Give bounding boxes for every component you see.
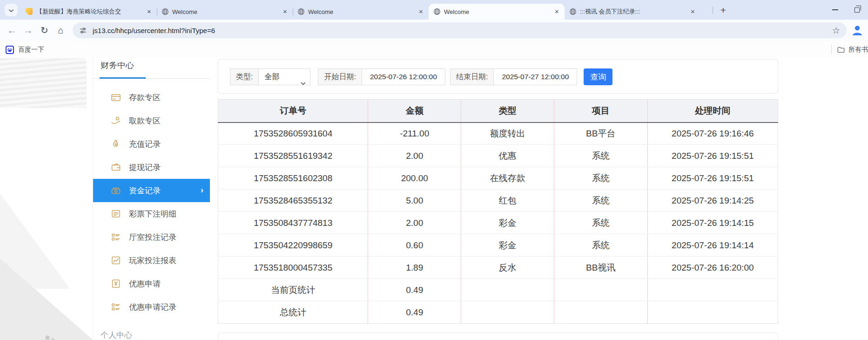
table-cell: 0.49: [368, 301, 461, 324]
tab-title: Welcome: [308, 8, 414, 15]
sidebar-item-6[interactable]: 彩票下注明细›: [93, 202, 210, 225]
table-cell: 1753528551602308: [218, 167, 368, 190]
coupon-icon: [111, 279, 121, 289]
new-tab-button[interactable]: +: [717, 4, 730, 16]
table-cell: 0.49: [368, 279, 461, 301]
type-select[interactable]: 全部: [258, 68, 310, 85]
column-header: 类型: [461, 100, 554, 122]
table-cell: 2025-07-26 16:20:00: [647, 257, 778, 279]
sidebar-item-label: 优惠申请记录: [129, 302, 176, 313]
folder-icon: [837, 46, 845, 54]
start-date-input[interactable]: [362, 68, 445, 85]
sidebar-item-label: 优惠申请: [129, 279, 161, 289]
tab-3[interactable]: Welcome×: [293, 4, 429, 20]
sidebar-item-7[interactable]: 厅室投注记录›: [93, 225, 210, 249]
tab-2[interactable]: Welcome×: [157, 4, 293, 20]
table-cell: [647, 279, 778, 301]
table-cell: 额度转出: [461, 122, 554, 145]
table-cell: 系统: [554, 190, 647, 212]
table-cell: 5.00: [368, 190, 461, 212]
bookmark-baidu[interactable]: 百度一下: [6, 46, 44, 54]
globe-favicon-icon: [569, 8, 577, 15]
search-button[interactable]: 查询: [584, 68, 612, 85]
tab-title: :::视讯 会员下注纪录:::: [580, 7, 686, 16]
reload-button[interactable]: ↻: [36, 22, 53, 39]
wallet-icon: [111, 162, 121, 172]
forward-button[interactable]: →: [20, 22, 36, 39]
all-bookmarks-button[interactable]: 所有书签: [837, 41, 868, 58]
tab-4[interactable]: Welcome×: [429, 4, 565, 20]
table-cell: 红包: [461, 190, 554, 212]
sidebar-item-label: 存款专区: [129, 92, 161, 103]
sidebar-item-3[interactable]: 充值记录›: [93, 132, 210, 156]
sidebar-section-finance: 财务中心: [101, 62, 202, 74]
minimize-button[interactable]: [824, 0, 846, 20]
table-cell: 1753504220998659: [218, 234, 368, 257]
address-bar[interactable]: js13.cc/hhcp/usercenter.html?iniType=6 ☆: [73, 22, 847, 38]
table-cell: -211.00: [368, 122, 461, 145]
deposit-card-icon: [111, 92, 121, 102]
tab-close-icon[interactable]: ×: [281, 8, 289, 16]
sidebar-item-9[interactable]: 优惠申请›: [93, 272, 210, 295]
table-cell: 总统计: [218, 301, 368, 324]
bookmark-star-icon[interactable]: ☆: [832, 25, 840, 36]
type-filter-label: 类型:: [230, 68, 258, 85]
column-header: 项目: [554, 100, 647, 122]
restore-button[interactable]: [846, 0, 868, 20]
table-cell: [461, 279, 554, 301]
tab-bar: 【新提醒】海燕策略论坛综合交×Welcome×Welcome×Welcome×:…: [0, 0, 868, 20]
tab-close-icon[interactable]: ×: [689, 8, 697, 16]
tab-search-button[interactable]: [5, 4, 18, 16]
table-cell: 彩金: [461, 234, 554, 257]
table-cell: 1753528605931604: [218, 122, 368, 145]
table-cell: [554, 301, 647, 324]
table-row: 总统计0.49: [218, 301, 778, 324]
table-row: 17535285516193422.00优惠系统2025-07-26 19:15…: [218, 145, 778, 167]
restore-icon: [855, 7, 860, 13]
table-cell: 系统: [554, 234, 647, 257]
sidebar-item-1[interactable]: 存款专区›: [93, 86, 210, 109]
sidebar-item-10[interactable]: 优惠申请记录›: [93, 295, 210, 319]
sidebar-item-label: 彩票下注明细: [129, 209, 176, 219]
grid-list-icon: [111, 302, 121, 312]
end-date-input[interactable]: [493, 68, 577, 85]
tab-1[interactable]: 【新提醒】海燕策略论坛综合交×: [21, 4, 157, 20]
column-header: 金额: [368, 100, 461, 122]
profile-avatar[interactable]: [850, 23, 864, 37]
table-cell: 1.89: [368, 257, 461, 279]
table-header-row: 订单号金额类型项目处理时间: [218, 100, 778, 122]
sidebar-item-label: 充值记录: [129, 139, 161, 150]
tab-5[interactable]: :::视讯 会员下注纪录:::×: [565, 4, 700, 20]
table-row: 当前页统计0.49: [218, 279, 778, 301]
money-bag-icon: [111, 139, 121, 149]
table-body: 1753528605931604-211.00额度转出BB平台2025-07-2…: [218, 122, 778, 324]
table-cell: [461, 301, 554, 324]
chevron-right-icon: ›: [201, 185, 203, 195]
tab-close-icon[interactable]: ×: [145, 8, 153, 16]
tab-close-icon[interactable]: ×: [553, 8, 561, 16]
table-cell: 当前页统计: [218, 279, 368, 301]
table-cell: [554, 279, 647, 301]
site-info-icon[interactable]: [79, 27, 87, 34]
sidebar-item-8[interactable]: 玩家投注报表›: [93, 249, 210, 272]
back-button[interactable]: ←: [4, 22, 20, 39]
table-cell: 反水: [461, 257, 554, 279]
sidebar-item-4[interactable]: 提现记录›: [93, 156, 210, 179]
table-cell: [647, 301, 778, 324]
sidebar-item-5[interactable]: 资金记录›: [93, 179, 210, 202]
all-bookmarks-label: 所有书签: [848, 46, 868, 54]
table-cell: 2025-07-26 19:16:46: [647, 122, 778, 145]
sidebar-heading-underline: [93, 77, 210, 79]
start-date-label: 开始日期:: [318, 68, 361, 85]
table-cell: 1753508437774813: [218, 212, 368, 234]
tab-close-icon[interactable]: ×: [417, 8, 425, 16]
sidebar-item-2[interactable]: 取款专区›: [93, 109, 210, 132]
tabs: 【新提醒】海燕策略论坛综合交×Welcome×Welcome×Welcome×:…: [21, 4, 700, 20]
table-cell: 200.00: [368, 167, 461, 190]
baidu-icon: [6, 46, 14, 54]
table-row: 17535180004573351.89反水BB视讯2025-07-26 16:…: [218, 257, 778, 279]
forum-document-favicon-icon: [26, 8, 33, 15]
tab-title: Welcome: [444, 8, 550, 15]
url-text[interactable]: js13.cc/hhcp/usercenter.html?iniType=6: [93, 27, 832, 34]
home-button[interactable]: ⌂: [53, 22, 69, 39]
